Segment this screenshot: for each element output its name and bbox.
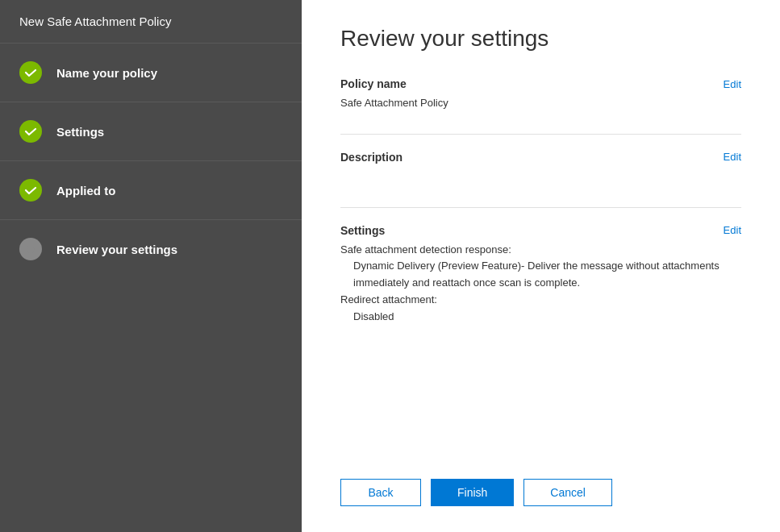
description-header: Description Edit (340, 151, 741, 164)
detection-response-prefix: Safe attachment detection response: (340, 243, 511, 256)
policy-name-edit-button[interactable]: Edit (724, 78, 741, 90)
main-content: Review your settings Policy name Edit Sa… (302, 0, 780, 532)
redirect-value: Disabled (340, 309, 741, 326)
sidebar-item-label-applied-to: Applied to (56, 184, 115, 197)
footer-buttons: Back Finish Cancel (340, 459, 741, 506)
back-button[interactable]: Back (340, 479, 421, 506)
policy-name-section: Policy name Edit Safe Attachment Policy (340, 77, 741, 111)
policy-name-label: Policy name (340, 77, 407, 90)
page-title: Review your settings (340, 26, 741, 52)
sidebar-item-review[interactable]: Review your settings (0, 220, 302, 278)
sidebar-item-label-settings: Settings (56, 125, 104, 139)
sidebar-title: New Safe Attachment Policy (0, 0, 302, 44)
description-section: Description Edit (340, 151, 741, 185)
name-policy-status-icon (19, 61, 42, 84)
divider-1 (340, 134, 741, 135)
settings-status-icon (19, 120, 42, 143)
sidebar-item-label-review: Review your settings (56, 243, 177, 256)
review-status-icon (19, 238, 42, 260)
applied-to-status-icon (19, 179, 42, 202)
description-edit-button[interactable]: Edit (724, 151, 741, 163)
svg-point-0 (27, 245, 35, 253)
policy-name-value: Safe Attachment Policy (340, 95, 741, 111)
settings-label: Settings (340, 224, 385, 237)
sidebar-item-name-policy[interactable]: Name your policy (0, 44, 302, 102)
cancel-button[interactable]: Cancel (523, 479, 612, 506)
sidebar-item-label-name-policy: Name your policy (56, 66, 157, 80)
settings-edit-button[interactable]: Edit (724, 224, 741, 236)
redirect-prefix: Redirect attachment: (340, 293, 437, 305)
policy-name-header: Policy name Edit (340, 77, 741, 90)
settings-header: Settings Edit (340, 224, 741, 237)
finish-button[interactable]: Finish (431, 479, 514, 506)
sidebar-item-settings[interactable]: Settings (0, 102, 302, 161)
divider-2 (340, 207, 741, 208)
detection-response-value: Dynamic Delivery (Preview Feature)- Deli… (340, 258, 741, 292)
sidebar: New Safe Attachment Policy Name your pol… (0, 0, 302, 532)
description-value (340, 168, 741, 185)
settings-detail: Safe attachment detection response: Dyna… (340, 242, 741, 326)
sidebar-item-applied-to[interactable]: Applied to (0, 161, 302, 220)
description-label: Description (340, 151, 403, 164)
settings-section: Settings Edit Safe attachment detection … (340, 224, 741, 326)
